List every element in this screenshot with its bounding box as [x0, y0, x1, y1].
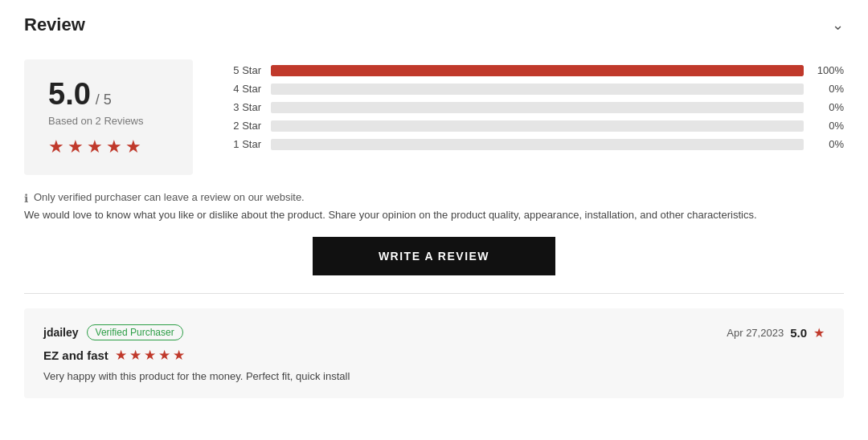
bar-pct-2: 0%: [813, 83, 844, 95]
bar-pct-1: 100%: [813, 64, 844, 76]
info-icon: ℹ: [24, 192, 28, 205]
review-star-5: ★: [173, 347, 185, 364]
review-card: jdailey Verified Purchaser Apr 27,2023 5…: [24, 308, 844, 398]
verified-badge: Verified Purchaser: [87, 324, 183, 340]
bar-label-1: 5 Star: [225, 64, 261, 76]
review-star-4: ★: [158, 347, 170, 364]
review-score-star-icon: ★: [813, 325, 825, 340]
review-score: 5.0: [790, 326, 807, 340]
review-stars: ★★★★★: [115, 347, 185, 364]
bar-track-3: [271, 102, 804, 113]
bar-row-4: 2 Star0%: [225, 120, 844, 132]
review-card-header: jdailey Verified Purchaser Apr 27,2023 5…: [43, 324, 825, 340]
review-star-2: ★: [129, 347, 141, 364]
bar-pct-5: 0%: [813, 138, 844, 150]
bar-row-3: 3 Star0%: [225, 101, 844, 113]
score-number: 5.0: [48, 77, 91, 112]
write-review-wrap: WRITE A REVIEW: [24, 237, 844, 275]
bar-label-3: 3 Star: [225, 101, 261, 113]
review-title-row: EZ and fast ★★★★★: [43, 347, 825, 364]
review-item-title: EZ and fast: [43, 348, 108, 362]
bar-label-2: 4 Star: [225, 83, 261, 95]
star-2: ★: [68, 136, 84, 157]
bar-fill-1: [271, 65, 804, 76]
bar-track-2: [271, 84, 804, 95]
review-date: Apr 27,2023: [727, 327, 784, 339]
reviewer-name: jdailey: [43, 326, 79, 339]
section-divider: [24, 293, 844, 294]
score-main: 5.0 / 5: [48, 77, 112, 112]
bar-pct-3: 0%: [813, 101, 844, 113]
bar-label-5: 1 Star: [225, 138, 261, 150]
score-based-on: Based on 2 Reviews: [48, 115, 144, 127]
write-review-button[interactable]: WRITE A REVIEW: [313, 237, 555, 275]
bar-label-4: 2 Star: [225, 120, 261, 132]
bar-track-5: [271, 139, 804, 150]
reviews-container: jdailey Verified Purchaser Apr 27,2023 5…: [24, 308, 844, 398]
review-body: Very happy with this product for the mon…: [43, 370, 825, 382]
star-1: ★: [48, 136, 64, 157]
bar-row-2: 4 Star0%: [225, 83, 844, 95]
summary-section: 5.0 / 5 Based on 2 Reviews ★ ★ ★ ★ ★ 5 S…: [24, 59, 844, 175]
score-box: 5.0 / 5 Based on 2 Reviews ★ ★ ★ ★ ★: [24, 59, 193, 175]
info-section: ℹ Only verified purchaser can leave a re…: [24, 191, 844, 221]
bar-row-5: 1 Star0%: [225, 138, 844, 150]
reviewer-left: jdailey Verified Purchaser: [43, 324, 183, 340]
info-desc-text: We would love to know what you like or d…: [24, 209, 844, 221]
score-max: / 5: [96, 92, 112, 108]
review-star-1: ★: [115, 347, 127, 364]
rating-bar-chart: 5 Star100%4 Star0%3 Star0%2 Star0%1 Star…: [225, 64, 844, 150]
bar-track-1: [271, 65, 804, 76]
verified-info-text: Only verified purchaser can leave a revi…: [34, 191, 305, 203]
review-section-title: Review: [24, 14, 85, 35]
summary-stars: ★ ★ ★ ★ ★: [48, 136, 141, 157]
collapse-chevron-icon[interactable]: ⌄: [832, 16, 844, 34]
verified-info-line: ℹ Only verified purchaser can leave a re…: [24, 191, 844, 205]
star-5: ★: [125, 136, 141, 157]
bar-row-1: 5 Star100%: [225, 64, 844, 76]
review-header: Review ⌄: [24, 0, 844, 47]
bar-track-4: [271, 120, 804, 132]
star-4: ★: [106, 136, 122, 157]
review-star-3: ★: [144, 347, 156, 364]
bar-pct-4: 0%: [813, 120, 844, 132]
star-3: ★: [87, 136, 103, 157]
reviewer-right: Apr 27,2023 5.0 ★: [727, 325, 825, 340]
